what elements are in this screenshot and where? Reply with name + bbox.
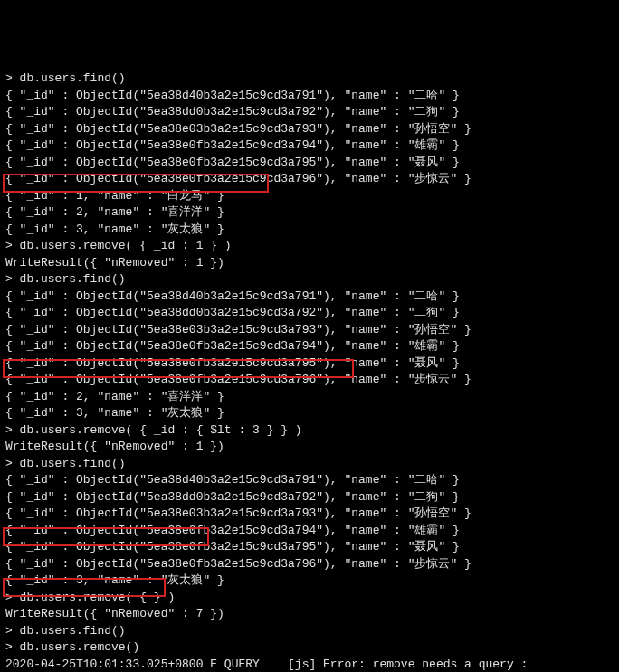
terminal-line: { "_id" : ObjectId("5ea38e03b3a2e15c9cd3… (5, 506, 614, 523)
terminal-line: { "_id" : ObjectId("5ea38dd0b3a2e15c9cd3… (5, 104, 614, 121)
terminal-line: { "_id" : 1, "name" : "白龙马" } (5, 188, 614, 205)
terminal-line: { "_id" : ObjectId("5ea38dd0b3a2e15c9cd3… (5, 305, 614, 322)
terminal-line: > db.users.find() (5, 71, 614, 88)
terminal-line: WriteResult({ "nRemoved" : 1 }) (5, 439, 614, 456)
terminal-line: { "_id" : ObjectId("5ea38d40b3a2e15c9cd3… (5, 472, 614, 489)
terminal-line: 2020-04-25T10:01:33.025+0800 E QUERY [js… (5, 657, 614, 673)
terminal-line: { "_id" : ObjectId("5ea38e0fb3a2e15c9cd3… (5, 338, 614, 355)
terminal-line: { "_id" : ObjectId("5ea38e0fb3a2e15c9cd3… (5, 372, 614, 389)
terminal-line: > db.users.remove() (5, 639, 614, 657)
terminal-line: { "_id" : 3, "name" : "灰太狼" } (5, 405, 614, 422)
terminal-output: > db.users.find(){ "_id" : ObjectId("5ea… (5, 71, 614, 672)
terminal-line: { "_id" : ObjectId("5ea38e0fb3a2e15c9cd3… (5, 539, 614, 556)
terminal-line: WriteResult({ "nRemoved" : 7 }) (5, 606, 614, 623)
terminal-line: > db.users.remove( { } ) (5, 590, 614, 607)
terminal-line: { "_id" : ObjectId("5ea38e0fb3a2e15c9cd3… (5, 155, 614, 172)
terminal-line: { "_id" : ObjectId("5ea38e0fb3a2e15c9cd3… (5, 355, 614, 373)
terminal-line: > db.users.find() (5, 456, 614, 473)
terminal-line: WriteResult({ "nRemoved" : 1 }) (5, 255, 614, 272)
terminal-line: { "_id" : ObjectId("5ea38d40b3a2e15c9cd3… (5, 289, 614, 306)
terminal-line: > db.users.remove( { _id : { $lt : 3 } }… (5, 422, 614, 440)
terminal-line: { "_id" : ObjectId("5ea38e0fb3a2e15c9cd3… (5, 523, 614, 540)
terminal-line: { "_id" : ObjectId("5ea38e03b3a2e15c9cd3… (5, 121, 614, 138)
terminal-line: { "_id" : ObjectId("5ea38e0fb3a2e15c9cd3… (5, 137, 614, 155)
terminal-line: { "_id" : ObjectId("5ea38e03b3a2e15c9cd3… (5, 322, 614, 339)
terminal-line: { "_id" : 2, "name" : "喜洋洋" } (5, 389, 614, 406)
terminal-line: { "_id" : 3, "name" : "灰太狼" } (5, 222, 614, 239)
terminal-line: > db.users.find() (5, 271, 614, 289)
terminal-line: { "_id" : ObjectId("5ea38e0fb3a2e15c9cd3… (5, 171, 614, 188)
terminal-line: { "_id" : ObjectId("5ea38dd0b3a2e15c9cd3… (5, 489, 614, 506)
terminal-line: > db.users.find() (5, 623, 614, 640)
terminal-line: { "_id" : 2, "name" : "喜洋洋" } (5, 204, 614, 222)
terminal-line: > db.users.remove( { _id : 1 } ) (5, 238, 614, 255)
terminal-line: { "_id" : 3, "name" : "灰太狼" } (5, 573, 614, 590)
terminal-line: { "_id" : ObjectId("5ea38e0fb3a2e15c9cd3… (5, 556, 614, 573)
terminal-line: { "_id" : ObjectId("5ea38d40b3a2e15c9cd3… (5, 88, 614, 105)
